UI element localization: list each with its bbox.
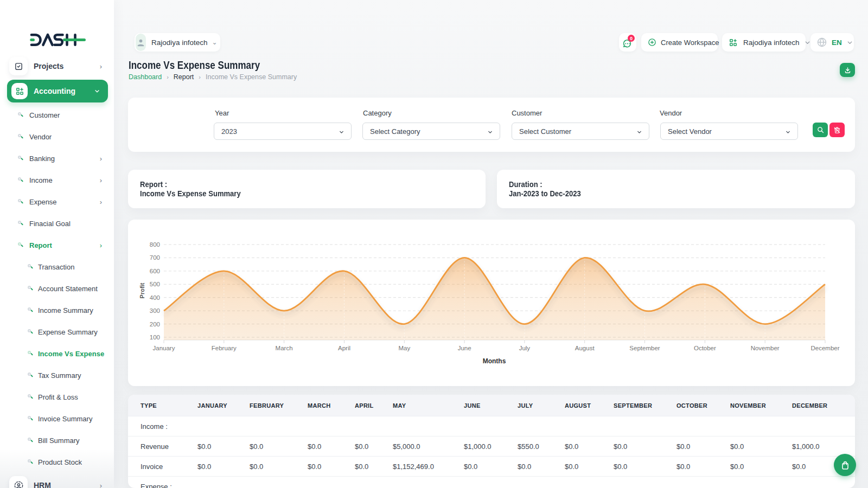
svg-text:November: November — [751, 345, 780, 351]
svg-text:August: August — [575, 345, 595, 351]
svg-text:January: January — [153, 345, 175, 351]
svg-text:800: 800 — [150, 241, 160, 248]
svg-text:October: October — [694, 345, 716, 351]
svg-text:700: 700 — [150, 254, 160, 261]
svg-text:200: 200 — [150, 321, 160, 328]
svg-text:300: 300 — [150, 307, 160, 314]
svg-text:400: 400 — [150, 294, 160, 301]
svg-text:March: March — [276, 345, 293, 351]
svg-text:February: February — [212, 345, 237, 351]
svg-text:July: July — [519, 345, 531, 351]
svg-text:September: September — [629, 345, 660, 351]
svg-text:May: May — [398, 345, 410, 351]
svg-text:500: 500 — [150, 281, 160, 287]
svg-text:100: 100 — [150, 334, 160, 341]
svg-text:600: 600 — [150, 268, 160, 274]
svg-text:June: June — [458, 345, 471, 351]
svg-text:Profit: Profit — [139, 282, 145, 298]
svg-text:April: April — [338, 345, 350, 351]
svg-text:December: December — [810, 345, 839, 351]
svg-text:Months: Months — [483, 357, 506, 365]
